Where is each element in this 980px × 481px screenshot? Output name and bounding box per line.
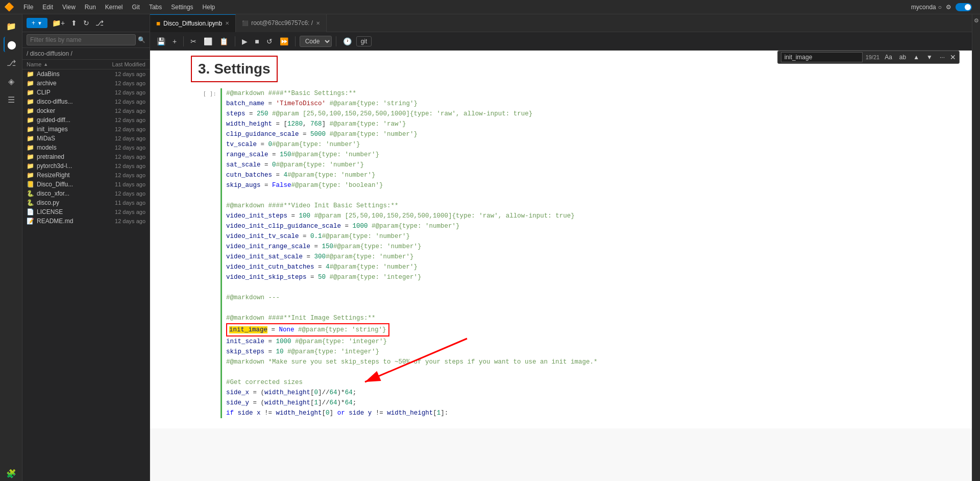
list-item[interactable]: 📁 ResizeRight 12 days ago bbox=[22, 171, 150, 180]
menu-file[interactable]: File bbox=[19, 3, 37, 12]
col-name-header[interactable]: Name ▲ bbox=[27, 61, 100, 67]
file-name-label: guided-diff... bbox=[37, 116, 100, 124]
list-item[interactable]: 📁 models 12 days ago bbox=[22, 143, 150, 152]
menu-help[interactable]: Help bbox=[199, 3, 219, 12]
add-cell-btn[interactable]: + bbox=[170, 36, 179, 47]
menu-git[interactable]: Git bbox=[128, 3, 144, 12]
menu-view[interactable]: View bbox=[58, 3, 80, 12]
history-btn[interactable]: 🕐 bbox=[340, 36, 354, 47]
copy-btn[interactable]: ⬜ bbox=[201, 36, 215, 47]
file-date-label: 12 days ago bbox=[100, 126, 145, 132]
cell-type-select[interactable]: Code bbox=[300, 36, 332, 47]
list-item[interactable]: 📁 archive 12 days ago bbox=[22, 79, 150, 88]
match-case-btn[interactable]: Aa bbox=[883, 53, 894, 62]
find-count: 19/21 bbox=[866, 54, 880, 60]
content-area: ◼ Disco_Diffusion.ipynb ✕ ⬛ root@678cc96… bbox=[150, 14, 972, 481]
sidebar-running-icon[interactable]: ⬤ bbox=[4, 37, 19, 52]
file-type-icon: 📝 bbox=[27, 218, 34, 225]
upload-button[interactable]: ⬆ bbox=[69, 17, 79, 29]
find-bar: 19/21 Aa ab ▲ ▼ ··· ✕ bbox=[777, 51, 960, 64]
toolbar-sep-1 bbox=[183, 36, 184, 46]
sidebar-diff-icon[interactable]: ◈ bbox=[4, 74, 19, 89]
list-item[interactable]: 📁 disco-diffus... 12 days ago bbox=[22, 97, 150, 106]
menu-edit[interactable]: Edit bbox=[38, 3, 57, 12]
tab-terminal[interactable]: ⬛ root@678cc96757c6: / ✕ bbox=[236, 14, 327, 32]
list-item[interactable]: 🐍 disco_xfor... 12 days ago bbox=[22, 189, 150, 198]
list-item[interactable]: 🐍 disco.py 11 days ago bbox=[22, 198, 150, 207]
search-input[interactable] bbox=[27, 34, 136, 45]
list-item[interactable]: 📒 Disco_Diffu... 11 days ago bbox=[22, 180, 150, 189]
list-item[interactable]: 📝 README.md 12 days ago bbox=[22, 217, 150, 226]
list-item[interactable]: 📄 LICENSE 12 days ago bbox=[22, 207, 150, 217]
save-btn[interactable]: 💾 bbox=[154, 36, 168, 47]
match-whole-btn[interactable]: ab bbox=[897, 53, 908, 62]
file-name-label: AdaBins bbox=[37, 70, 100, 78]
file-type-icon: 📁 bbox=[27, 126, 34, 133]
stop-btn[interactable]: ■ bbox=[252, 36, 261, 47]
list-item[interactable]: 📁 AdaBins 12 days ago bbox=[22, 69, 150, 79]
nb-scroll-container[interactable]: 3. Settings [ ]: #@markdown ####**Basic … bbox=[150, 51, 972, 481]
col-modified-header[interactable]: Last Modified bbox=[100, 61, 145, 67]
tab-terminal-close[interactable]: ✕ bbox=[316, 20, 320, 26]
sidebar-files-icon[interactable]: 📁 bbox=[4, 18, 19, 34]
file-date-label: 12 days ago bbox=[100, 163, 145, 169]
highlighted-line: init_image = None #@param{type: 'string'… bbox=[226, 323, 389, 336]
sidebar-menu-icon[interactable]: ☰ bbox=[4, 92, 19, 107]
find-close-btn[interactable]: ✕ bbox=[950, 53, 956, 61]
restart-run-btn[interactable]: ⏩ bbox=[277, 36, 291, 47]
menu-tabs[interactable]: Tabs bbox=[145, 3, 166, 12]
new-button[interactable]: + ▼ bbox=[27, 18, 47, 28]
file-type-icon: 📁 bbox=[27, 116, 34, 124]
right-settings-icon[interactable]: ⚙ bbox=[974, 17, 979, 24]
paste-btn[interactable]: 📋 bbox=[217, 36, 231, 47]
file-panel: + ▼ 📁+ ⬆ ↻ ⎇ 🔍 / disco-diffusion / Name … bbox=[22, 14, 150, 481]
file-name-label: disco.py bbox=[37, 199, 100, 206]
tab-notebook[interactable]: ◼ Disco_Diffusion.ipynb ✕ bbox=[150, 14, 236, 32]
sidebar-puzzle-icon[interactable]: 🧩 bbox=[4, 466, 19, 481]
new-folder-button[interactable]: 📁+ bbox=[51, 17, 66, 29]
sidebar-git-icon[interactable]: ⎇ bbox=[4, 55, 19, 70]
cell-code-body[interactable]: #@markdown ####**Basic Settings:** batch… bbox=[220, 88, 931, 418]
main-layout: 📁 ⬤ ⎇ ◈ ☰ 🧩 + ▼ 📁+ ⬆ ↻ ⎇ 🔍 / disco-diffu… bbox=[0, 14, 980, 481]
file-type-icon: 📁 bbox=[27, 80, 34, 87]
file-name-label: CLIP bbox=[37, 89, 100, 96]
git-btn[interactable]: git bbox=[356, 36, 372, 46]
tab-notebook-close[interactable]: ✕ bbox=[225, 20, 229, 26]
file-name-label: README.md bbox=[37, 218, 100, 225]
run-btn[interactable]: ▶ bbox=[239, 36, 250, 47]
list-item[interactable]: 📁 guided-diff... 12 days ago bbox=[22, 115, 150, 125]
find-next-btn[interactable]: ▼ bbox=[924, 53, 935, 62]
search-icon[interactable]: 🔍 bbox=[138, 36, 145, 43]
menu-kernel[interactable]: Kernel bbox=[101, 3, 127, 12]
list-item[interactable]: 📁 MiDaS 12 days ago bbox=[22, 134, 150, 143]
file-type-icon: 📁 bbox=[27, 70, 34, 78]
file-date-label: 12 days ago bbox=[100, 99, 145, 105]
refresh-button[interactable]: ↻ bbox=[82, 17, 91, 29]
restart-btn[interactable]: ↺ bbox=[264, 36, 275, 47]
file-name-label: disco-diffus... bbox=[37, 98, 100, 105]
list-item[interactable]: 📁 init_images 12 days ago bbox=[22, 125, 150, 134]
list-item[interactable]: 📁 pytorch3d-l... 12 days ago bbox=[22, 161, 150, 171]
list-item[interactable]: 📁 CLIP 12 days ago bbox=[22, 88, 150, 97]
find-more-btn[interactable]: ··· bbox=[938, 53, 947, 62]
list-item[interactable]: 📁 docker 12 days ago bbox=[22, 106, 150, 115]
file-date-label: 12 days ago bbox=[100, 172, 145, 178]
cell-code-pre: #@markdown ####**Basic Settings:** batch… bbox=[226, 88, 931, 418]
toolbar-sep-2 bbox=[235, 36, 235, 46]
find-prev-btn[interactable]: ▲ bbox=[911, 53, 921, 62]
menu-run[interactable]: Run bbox=[81, 3, 100, 12]
file-type-icon: 📁 bbox=[27, 135, 34, 142]
cell-heading: 3. Settings bbox=[191, 56, 278, 82]
cut-btn[interactable]: ✂ bbox=[188, 36, 199, 47]
menu-settings[interactable]: Settings bbox=[167, 3, 197, 12]
toolbar-sep-4 bbox=[336, 36, 336, 46]
file-date-label: 12 days ago bbox=[100, 154, 145, 160]
file-name-label: models bbox=[37, 144, 100, 151]
conda-env-label: myconda ○ bbox=[911, 4, 942, 11]
file-name-label: LICENSE bbox=[37, 208, 100, 215]
toggle-switch[interactable] bbox=[955, 3, 972, 11]
list-item[interactable]: 📁 pretrained 12 days ago bbox=[22, 152, 150, 161]
top-settings-icon[interactable]: ⚙ bbox=[946, 4, 951, 11]
find-input[interactable] bbox=[781, 52, 863, 62]
git-panel-button[interactable]: ⎇ bbox=[94, 17, 105, 29]
